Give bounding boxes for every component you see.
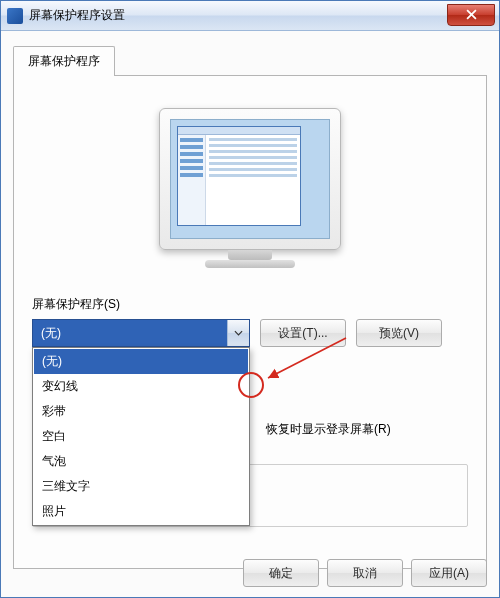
client-area: 屏幕保护程序 (1, 31, 499, 597)
monitor-preview (32, 90, 468, 268)
screensaver-section-label: 屏幕保护程序(S) (32, 296, 468, 313)
monitor-base (205, 260, 295, 268)
screensaver-combobox[interactable]: (无) (无) 变幻线 彩带 空白 气泡 三维文字 照片 (32, 319, 250, 347)
apply-button[interactable]: 应用(A) (411, 559, 487, 587)
window-title: 屏幕保护程序设置 (29, 7, 447, 24)
mini-window (177, 126, 301, 226)
cancel-button[interactable]: 取消 (327, 559, 403, 587)
dialog-footer: 确定 取消 应用(A) (243, 559, 487, 587)
option-blank[interactable]: 空白 (34, 424, 248, 449)
combobox-value: (无) (41, 325, 61, 342)
preview-button[interactable]: 预览(V) (356, 319, 442, 347)
dialog-window: 屏幕保护程序设置 屏幕保护程序 (0, 0, 500, 598)
option-3dtext[interactable]: 三维文字 (34, 474, 248, 499)
chevron-down-icon (234, 330, 243, 336)
tab-panel: 屏幕保护程序(S) (无) (无) 变幻线 彩带 空白 气泡 (13, 75, 487, 569)
monitor-desktop (170, 119, 330, 239)
option-mystify[interactable]: 彩带 (34, 399, 248, 424)
ok-button[interactable]: 确定 (243, 559, 319, 587)
monitor-frame (159, 108, 341, 250)
option-photos[interactable]: 照片 (34, 499, 248, 524)
settings-button[interactable]: 设置(T)... (260, 319, 346, 347)
combobox-dropdown: (无) 变幻线 彩带 空白 气泡 三维文字 照片 (32, 347, 250, 526)
close-icon (466, 9, 477, 20)
titlebar: 屏幕保护程序设置 (1, 1, 499, 31)
tab-screensaver[interactable]: 屏幕保护程序 (13, 46, 115, 76)
app-icon (7, 8, 23, 24)
close-button[interactable] (447, 4, 495, 26)
combobox-display[interactable]: (无) (32, 319, 250, 347)
resume-checkbox-label[interactable]: 恢复时显示登录屏幕(R) (266, 421, 391, 438)
option-bubbles[interactable]: 气泡 (34, 449, 248, 474)
monitor-stand (228, 250, 272, 260)
controls-row: (无) (无) 变幻线 彩带 空白 气泡 三维文字 照片 设置 (32, 319, 468, 347)
option-none[interactable]: (无) (34, 349, 248, 374)
tab-strip: 屏幕保护程序 (13, 45, 487, 75)
combobox-arrow-button[interactable] (227, 320, 249, 346)
option-ribbons[interactable]: 变幻线 (34, 374, 248, 399)
